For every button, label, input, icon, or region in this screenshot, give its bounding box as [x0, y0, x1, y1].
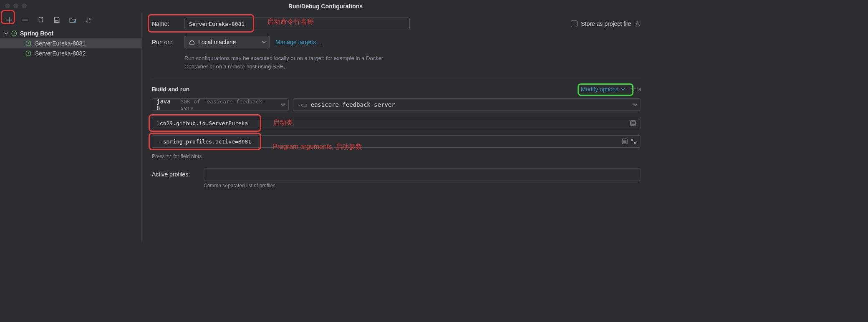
modify-options-shortcut: ⌥M — [630, 86, 641, 93]
list-icon[interactable] — [621, 138, 628, 145]
tree-group-spring-boot[interactable]: Spring Boot — [0, 28, 141, 38]
cp-prefix: -cp — [298, 102, 307, 108]
sort-button[interactable]: az — [83, 15, 93, 25]
svg-point-7 — [636, 23, 639, 25]
name-input[interactable] — [184, 18, 410, 30]
spring-boot-icon — [25, 50, 32, 57]
sidebar: az Spring Boot ServerEureka-80 — [0, 13, 142, 242]
field-hint: Press ⌥ for field hints — [152, 153, 641, 159]
tree-group-label: Spring Boot — [20, 30, 53, 37]
main-class-input[interactable] — [156, 120, 627, 126]
folder-plus-icon — [69, 16, 76, 24]
run-on-dropdown[interactable]: Local machine — [184, 36, 270, 48]
spring-boot-icon — [25, 40, 32, 47]
run-on-label: Run on: — [152, 39, 179, 45]
main-class-row: 启动类 — [152, 117, 641, 129]
run-on-value: Local machine — [198, 39, 236, 45]
jdk-dropdown[interactable]: java 8 SDK of 'easicare-feedback-serv — [152, 98, 289, 111]
copy-config-button[interactable] — [36, 15, 46, 25]
main-class-field-wrapper — [152, 117, 641, 129]
run-debug-config-window: Run/Debug Configurations — [0, 0, 651, 242]
content-body: az Spring Boot ServerEureka-80 — [0, 13, 651, 242]
gear-icon[interactable] — [634, 20, 641, 27]
remove-config-button[interactable] — [20, 15, 30, 25]
modify-options-area: Modify options ⌥M — [581, 86, 641, 93]
expand-icon[interactable] — [631, 138, 636, 144]
new-folder-button[interactable] — [68, 15, 78, 25]
svg-rect-1 — [56, 20, 58, 23]
modify-options-link[interactable]: Modify options — [581, 86, 625, 93]
program-args-row: Program arguments, 启动参数 — [152, 135, 641, 148]
divider — [152, 80, 641, 80]
program-args-field-wrapper — [152, 135, 641, 148]
titlebar: Run/Debug Configurations — [0, 0, 651, 13]
save-icon — [53, 16, 61, 24]
build-run-header: Build and run Modify options ⌥M — [152, 86, 641, 93]
svg-text:z: z — [89, 20, 91, 23]
plus-icon — [5, 16, 13, 24]
store-as-project-file: Store as project file — [571, 20, 641, 27]
add-config-button[interactable] — [4, 15, 14, 25]
classpath-dropdown[interactable]: -cp easicare-feedback-server — [293, 98, 641, 111]
tree-item-label: ServerEureka-8082 — [35, 50, 86, 57]
spring-boot-icon — [11, 30, 18, 37]
maximize-window-button[interactable] — [22, 3, 27, 8]
store-as-label: Store as project file — [581, 20, 631, 27]
active-profiles-row: Active profiles: Comma separated list of… — [152, 169, 641, 189]
name-row: Name: Store as project file 启动命令行名称 — [152, 18, 641, 30]
window-controls — [5, 3, 27, 8]
config-form: Name: Store as project file 启动命令行名称 Run … — [142, 13, 651, 242]
store-as-checkbox[interactable] — [571, 20, 578, 27]
window-title: Run/Debug Configurations — [288, 3, 363, 10]
config-tree: Spring Boot ServerEureka-8081 ServerEure… — [0, 28, 141, 59]
run-on-row: Run on: Local machine Manage targets… — [152, 36, 641, 48]
run-on-hint: Run configurations may be executed local… — [184, 54, 401, 70]
cp-value: easicare-feedback-server — [310, 101, 395, 108]
save-config-button[interactable] — [52, 15, 62, 25]
active-profiles-hint: Comma separated list of profiles — [204, 183, 641, 189]
jdk-classpath-row: java 8 SDK of 'easicare-feedback-serv -c… — [152, 98, 641, 111]
tree-item-servereureka-8081[interactable]: ServerEureka-8081 — [0, 38, 141, 48]
home-icon — [189, 39, 195, 45]
jdk-value: java 8 — [156, 98, 177, 111]
close-window-button[interactable] — [5, 3, 10, 8]
chevron-down-icon — [262, 40, 266, 44]
build-run-title: Build and run — [152, 86, 189, 93]
minimize-window-button[interactable] — [13, 3, 18, 8]
manage-targets-link[interactable]: Manage targets… — [275, 39, 322, 45]
chevron-down-icon — [621, 87, 625, 91]
chevron-down-icon — [281, 103, 285, 107]
tree-item-label: ServerEureka-8081 — [35, 40, 86, 47]
sort-icon: az — [85, 16, 92, 24]
chevron-down-icon — [4, 31, 8, 35]
active-profiles-input[interactable] — [204, 169, 641, 181]
name-label: Name: — [152, 20, 179, 27]
copy-icon — [37, 16, 45, 24]
list-icon[interactable] — [630, 120, 636, 126]
program-args-input[interactable] — [156, 138, 619, 145]
tree-item-servereureka-8082[interactable]: ServerEureka-8082 — [0, 48, 141, 58]
sidebar-toolbar: az — [0, 13, 141, 28]
active-profiles-label: Active profiles: — [152, 169, 198, 178]
minus-icon — [21, 16, 29, 24]
jdk-hint: SDK of 'easicare-feedback-serv — [181, 98, 277, 111]
chevron-down-icon — [633, 103, 637, 107]
active-profiles-col: Comma separated list of profiles — [204, 169, 641, 189]
